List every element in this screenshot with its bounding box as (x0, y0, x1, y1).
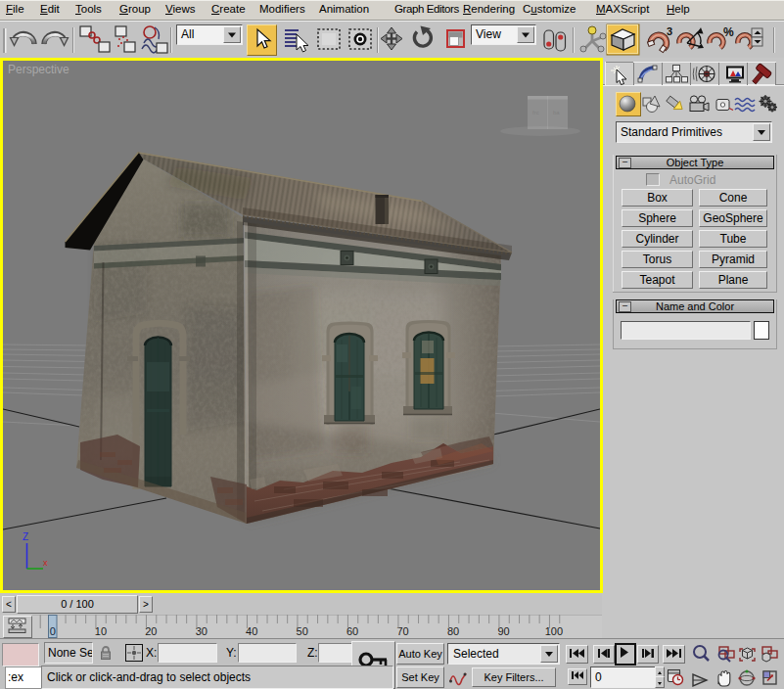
svg-text:0: 0 (50, 625, 56, 637)
svg-text:frc: frc (532, 110, 539, 115)
svg-text:ba: ba (553, 110, 560, 115)
svg-text:%: % (723, 25, 734, 39)
svg-text:100: 100 (545, 625, 563, 637)
svg-text:x: x (43, 558, 48, 568)
svg-text:10: 10 (95, 625, 107, 637)
svg-text:Z: Z (23, 531, 28, 542)
svg-text:30: 30 (196, 625, 208, 637)
svg-text:3: 3 (667, 25, 672, 37)
svg-text:20: 20 (145, 625, 157, 637)
